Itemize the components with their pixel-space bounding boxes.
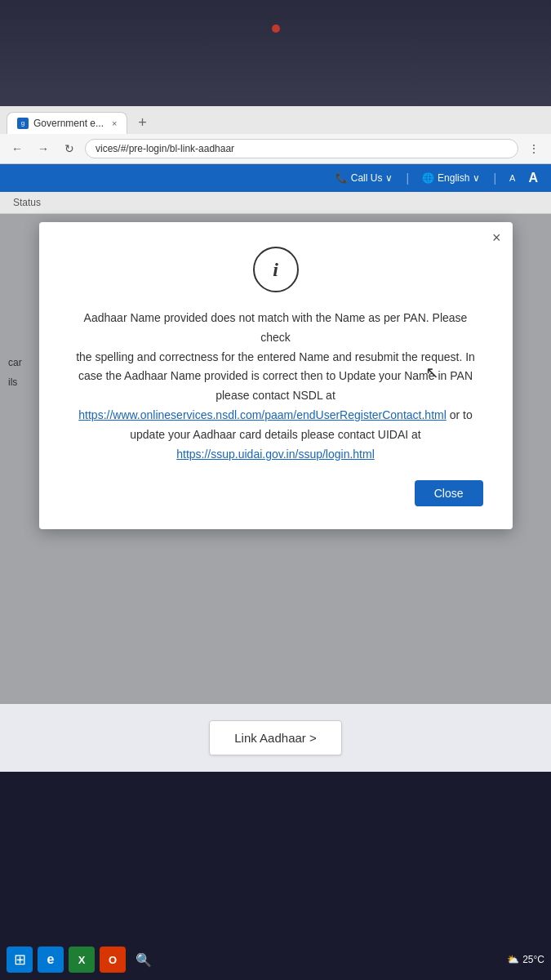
start-icon: ⊞	[14, 951, 26, 969]
link-aadhaar-btn[interactable]: Link Aadhaar >	[209, 720, 342, 755]
msg-line4: please contact NSDL at	[216, 389, 335, 402]
close-button[interactable]: Close	[415, 480, 483, 506]
site-main: Not ne, D date se e as p d on Al Cir -ga…	[0, 214, 551, 704]
uidai-link[interactable]: https://ssup.uidai.gov.in/ssup/login.htm…	[176, 448, 375, 461]
cursor-icon: ↖	[425, 363, 439, 382]
language-btn[interactable]: 🌐 English ∨	[422, 172, 480, 184]
font-small-icon: A	[509, 173, 515, 183]
msg-line1: Aadhaar Name provided does not match wit…	[84, 311, 468, 344]
msg-line6: update your Aadhaar card details please …	[130, 428, 420, 441]
taskbar: ⊞ e X O 🔍 ⛅ 25°C	[0, 939, 551, 980]
language-label: English	[438, 172, 469, 184]
modal-overlay: × i Aadhaar Name provided does not match…	[0, 214, 551, 704]
msg-line5: or to	[450, 408, 473, 421]
refresh-btn[interactable]: ↻	[59, 138, 80, 159]
call-us-btn[interactable]: 📞 Call Us ∨	[335, 172, 393, 184]
address-input[interactable]	[85, 139, 518, 158]
lang-chevron: ∨	[473, 172, 480, 184]
font-small-btn[interactable]: A	[509, 173, 515, 183]
modal-info-icon-circle: i	[253, 247, 299, 292]
edge-taskbar-icon[interactable]: e	[38, 947, 64, 973]
modal-info-icon: i	[273, 259, 278, 281]
start-btn[interactable]: ⊞	[7, 947, 33, 973]
modal-close-x-btn[interactable]: ×	[492, 230, 501, 245]
tab-favicon: g	[17, 118, 29, 129]
weather-icon: ⛅	[507, 954, 519, 965]
globe-icon: 🌐	[422, 172, 434, 184]
office-taskbar-icon[interactable]: O	[100, 947, 126, 973]
taskbar-system-tray: ⛅ 25°C	[507, 954, 544, 965]
tab-title: Government e...	[33, 118, 104, 129]
msg-line2: the spelling and correctness for the ent…	[76, 350, 475, 363]
modal-close-action: Close	[69, 480, 483, 506]
back-btn[interactable]: ←	[7, 138, 28, 159]
nsdl-link[interactable]: https://www.onlineservices.nsdl.com/paam…	[78, 408, 447, 421]
nav-divider1: |	[406, 172, 409, 185]
font-large-btn[interactable]: A	[528, 171, 538, 185]
weather-widget: ⛅ 25°C	[507, 954, 544, 965]
browser-chrome: g Government e... × + ← → ↻ ⋮	[0, 106, 551, 164]
laptop-bezel	[0, 0, 551, 106]
call-chevron: ∨	[385, 172, 393, 184]
tab-close-btn[interactable]: ×	[112, 118, 117, 128]
active-tab[interactable]: g Government e... ×	[7, 112, 127, 134]
site-topnav: 📞 Call Us ∨ | 🌐 English ∨ | A A	[0, 164, 551, 192]
forward-btn[interactable]: →	[33, 138, 54, 159]
call-icon: 📞	[335, 172, 348, 184]
more-btn[interactable]: ⋮	[523, 138, 544, 159]
call-us-label: Call Us	[351, 172, 383, 184]
weather-temp: 25°C	[522, 954, 544, 965]
link-aadhaar-area: Link Aadhaar >	[0, 704, 551, 772]
status-label: Status	[13, 197, 41, 208]
font-large-icon: A	[528, 171, 538, 185]
new-tab-btn[interactable]: +	[131, 111, 153, 134]
excel-taskbar-icon[interactable]: X	[69, 947, 95, 973]
nav-divider2: |	[493, 172, 496, 185]
status-bar: Status	[0, 192, 551, 214]
modal-message: Aadhaar Name provided does not match wit…	[69, 309, 483, 464]
tab-bar: g Government e... × +	[0, 106, 551, 134]
modal-box: × i Aadhaar Name provided does not match…	[39, 222, 513, 529]
msg-line3: case the Aadhaar Name provided is correc…	[78, 369, 473, 382]
search-taskbar-icon[interactable]: 🔍	[131, 947, 157, 973]
address-bar-row: ← → ↻ ⋮	[0, 134, 551, 163]
camera-dot	[272, 24, 280, 33]
